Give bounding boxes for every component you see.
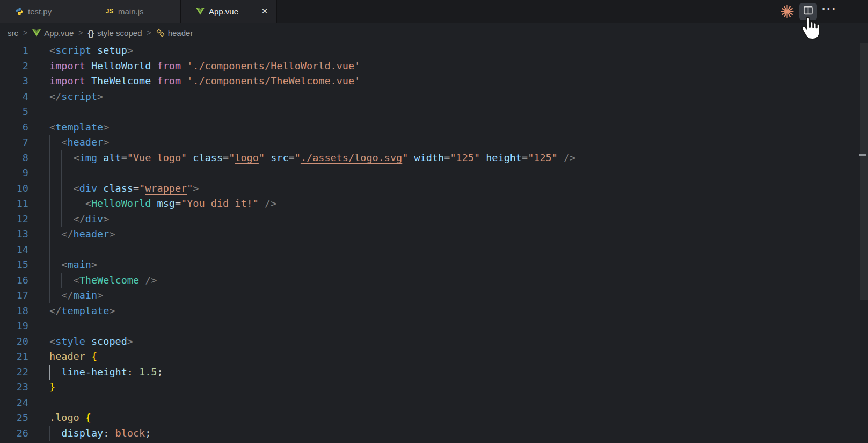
line-number: 9 (0, 165, 28, 181)
line-number: 19 (0, 318, 28, 334)
line-number: 6 (0, 120, 28, 135)
code-line[interactable]: 23} (0, 380, 868, 395)
code-text: <style scoped> (49, 334, 133, 350)
code-text: <TheWelcome /> (49, 273, 157, 288)
indent-guide (61, 165, 62, 181)
line-number: 16 (0, 273, 28, 288)
code-text: line-height: 1.5; (49, 365, 163, 380)
line-number: 12 (0, 212, 28, 227)
line-number: 25 (0, 410, 28, 426)
code-text: header { (49, 349, 97, 365)
code-text: import TheWelcome from './components/The… (49, 74, 360, 89)
line-number: 14 (0, 242, 28, 258)
code-text: import HelloWorld from './components/Hel… (49, 59, 360, 74)
line-number: 11 (0, 196, 28, 212)
symbol-class-icon (156, 28, 165, 37)
code-line[interactable]: 14 (0, 242, 868, 258)
braces-icon: {} (87, 28, 94, 38)
code-text: <script setup> (49, 43, 133, 59)
line-number: 13 (0, 227, 28, 242)
line-number: 21 (0, 349, 28, 365)
starburst-icon[interactable] (780, 4, 794, 19)
code-line[interactable]: 26 display: block; (0, 426, 868, 441)
overview-ruler-decoration (859, 154, 866, 156)
code-text: <img alt="Vue logo" class="logo" src="./… (49, 150, 575, 166)
code-line[interactable]: 13 </header> (0, 227, 868, 242)
code-text: <template> (49, 120, 109, 135)
code-line[interactable]: 24 (0, 395, 868, 411)
line-number: 23 (0, 380, 28, 395)
line-number: 15 (0, 257, 28, 273)
split-editor-icon (803, 5, 813, 18)
line-number: 5 (0, 104, 28, 120)
chevron-right-icon: > (147, 28, 152, 37)
code-line[interactable]: 8 <img alt="Vue logo" class="logo" src="… (0, 150, 868, 166)
code-text: <div class="wrapper"> (49, 181, 199, 197)
code-line[interactable]: 3import TheWelcome from './components/Th… (0, 74, 868, 89)
tab-app-vue[interactable]: App.vue ✕ (181, 0, 277, 23)
editor[interactable]: 1<script setup>2import HelloWorld from '… (0, 43, 868, 443)
indent-guide (49, 165, 50, 181)
code-line[interactable]: 6<template> (0, 120, 868, 135)
line-number: 20 (0, 334, 28, 350)
code-line[interactable]: 2import HelloWorld from './components/He… (0, 59, 868, 74)
tab-label: test.py (28, 7, 52, 16)
code-line[interactable]: 20<style scoped> (0, 334, 868, 350)
code-text: .logo { (49, 410, 91, 426)
code-text: </div> (49, 212, 109, 227)
code-line[interactable]: 1<script setup> (0, 43, 868, 59)
editor-actions: ··· (780, 0, 837, 23)
code-line[interactable]: 18</template> (0, 303, 868, 319)
line-number: 1 (0, 43, 28, 59)
code-text: <main> (49, 257, 97, 273)
line-number: 8 (0, 150, 28, 166)
vue-icon (196, 7, 205, 16)
code-line[interactable]: 11 <HelloWorld msg="You did it!" /> (0, 196, 868, 212)
code-line[interactable]: 4</script> (0, 89, 868, 105)
breadcrumb-item-app-vue[interactable]: App.vue (32, 28, 74, 38)
tab-label: App.vue (209, 7, 238, 16)
vue-icon (32, 29, 41, 37)
tab-main-js[interactable]: JS main.js (90, 0, 181, 23)
breadcrumb-item-header[interactable]: header (156, 28, 193, 38)
vertical-scrollbar[interactable] (860, 43, 868, 300)
code-line[interactable]: 17 </main> (0, 288, 868, 303)
code-line[interactable]: 19 (0, 318, 868, 334)
line-number: 24 (0, 395, 28, 411)
line-number: 22 (0, 365, 28, 380)
code-line[interactable]: 5 (0, 104, 868, 120)
code-line[interactable]: 12 </div> (0, 212, 868, 227)
code-text: </header> (49, 227, 115, 242)
line-number: 18 (0, 303, 28, 319)
breadcrumb-item-src[interactable]: src (8, 28, 18, 38)
line-number: 17 (0, 288, 28, 303)
indent-guide (49, 242, 50, 258)
tab-label: main.js (118, 7, 144, 16)
tab-bar: test.py JS main.js App.vue ✕ (0, 0, 868, 23)
code-line[interactable]: 7 <header> (0, 135, 868, 150)
chevron-right-icon: > (23, 28, 28, 37)
chevron-right-icon: > (78, 28, 83, 37)
code-text: } (49, 380, 55, 395)
code-line[interactable]: 10 <div class="wrapper"> (0, 181, 868, 197)
code-text: </script> (49, 89, 103, 105)
code-line[interactable]: 15 <main> (0, 257, 868, 273)
code-line[interactable]: 25.logo { (0, 410, 868, 426)
python-icon (15, 7, 24, 16)
close-icon[interactable]: ✕ (259, 6, 270, 17)
code-line[interactable]: 16 <TheWelcome /> (0, 273, 868, 288)
code-line[interactable]: 9 (0, 165, 868, 181)
more-actions-icon[interactable]: ··· (822, 4, 837, 19)
line-number: 4 (0, 89, 28, 105)
breadcrumb-item-style-scoped[interactable]: {} style scoped (87, 28, 142, 38)
javascript-icon: JS (105, 7, 114, 16)
line-number: 7 (0, 135, 28, 150)
tab-test-py[interactable]: test.py (0, 0, 90, 23)
code-line[interactable]: 21header { (0, 349, 868, 365)
code-line[interactable]: 22 line-height: 1.5; (0, 365, 868, 380)
code-text: display: block; (49, 426, 151, 441)
code-text: </template> (49, 303, 115, 319)
split-editor-button[interactable] (799, 3, 817, 20)
code-area: 1<script setup>2import HelloWorld from '… (0, 43, 868, 441)
code-text: </main> (49, 288, 103, 303)
